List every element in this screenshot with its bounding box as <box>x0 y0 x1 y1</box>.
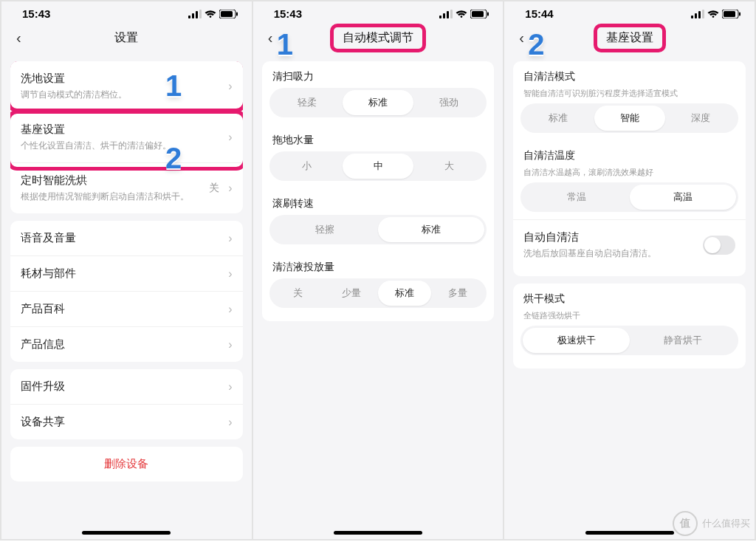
seg-suction[interactable]: 轻柔 标准 强劲 <box>269 88 487 117</box>
row-auto-clean: 自动自清洁 洗地后放回基座自动启动自清洁。 <box>513 219 746 270</box>
row-title: 耗材与部件 <box>21 267 222 281</box>
opt-temp-1[interactable]: 高温 <box>630 185 736 210</box>
battery-icon <box>219 10 238 18</box>
back-button[interactable]: ‹ <box>262 27 279 49</box>
seg-clean-mode[interactable]: 标准 智能 深度 <box>520 103 738 133</box>
phone-auto-mode: 15:43 ‹ 自动模式调节 1 清扫吸力 轻柔 标准 强劲 拖地水量 小 中 <box>253 1 504 539</box>
row-wiki[interactable]: 产品百科 › <box>10 291 243 326</box>
signal-icon <box>188 10 202 18</box>
header: ‹ 自动模式调节 <box>253 21 504 54</box>
delete-device-button[interactable]: 删除设备 <box>10 447 243 481</box>
chevron-right-icon: › <box>228 182 232 195</box>
wifi-icon <box>456 10 467 18</box>
svg-rect-13 <box>487 12 489 16</box>
signal-icon <box>439 10 453 18</box>
phone-settings: 15:43 ‹ 设置 洗地设置 调节自动模式的清洁档位。 › 基座设 <box>1 1 252 539</box>
label-suction: 清扫吸力 <box>262 61 495 88</box>
row-title: 产品百科 <box>21 302 222 316</box>
chevron-right-icon: › <box>228 232 232 245</box>
status-icons <box>439 10 489 18</box>
status-bar: 15:43 <box>1 1 252 21</box>
label-roller: 滚刷转速 <box>262 188 495 215</box>
status-time: 15:43 <box>274 7 302 20</box>
opt-liquid-2[interactable]: 标准 <box>378 281 431 306</box>
opt-liquid-0[interactable]: 关 <box>272 281 325 306</box>
opt-mode-1[interactable]: 智能 <box>594 106 665 131</box>
header: ‹ 基座设置 <box>504 21 755 54</box>
opt-liquid-1[interactable]: 少量 <box>325 281 378 306</box>
opt-suction-2[interactable]: 强劲 <box>413 90 484 115</box>
settings-group-delete: 删除设备 <box>10 447 243 481</box>
row-firmware[interactable]: 固件升级 › <box>10 369 243 404</box>
row-share[interactable]: 设备共享 › <box>10 404 243 439</box>
row-title: 产品信息 <box>21 337 222 351</box>
status-icons <box>188 10 238 18</box>
opt-dry-1[interactable]: 静音烘干 <box>630 328 736 353</box>
toggle-auto-clean[interactable] <box>703 236 735 255</box>
wifi-icon <box>205 10 216 18</box>
svg-rect-0 <box>188 16 190 18</box>
back-button[interactable]: ‹ <box>513 27 530 49</box>
base-group-2: 烘干模式 全链路强劲烘干 极速烘干 静音烘干 <box>513 284 746 368</box>
svg-rect-9 <box>447 11 449 18</box>
row-base-settings[interactable]: 基座设置 个性化设置自清洁、烘干的清洁偏好。 › <box>10 112 243 162</box>
row-title: 语音及音量 <box>21 231 222 245</box>
settings-group-info: 语音及音量 › 耗材与部件 › 产品百科 › 产品信息 › <box>10 221 243 362</box>
svg-rect-3 <box>199 10 202 18</box>
auto-mode-group: 清扫吸力 轻柔 标准 强劲 拖地水量 小 中 大 滚刷转速 轻擦 标准 清洁液投… <box>262 61 495 321</box>
row-subtitle: 洗地后放回基座自动启动自清洁。 <box>523 247 703 260</box>
opt-dry-0[interactable]: 极速烘干 <box>523 328 629 353</box>
sub-dry-mode: 全链路强劲烘干 <box>513 310 746 326</box>
row-title: 固件升级 <box>21 380 222 394</box>
opt-roller-1[interactable]: 标准 <box>378 217 484 242</box>
row-info[interactable]: 产品信息 › <box>10 326 243 362</box>
opt-suction-0[interactable]: 轻柔 <box>272 90 343 115</box>
home-indicator[interactable] <box>334 531 422 535</box>
row-parts[interactable]: 耗材与部件 › <box>10 255 243 291</box>
seg-dry-mode[interactable]: 极速烘干 静音烘干 <box>520 326 738 355</box>
seg-liquid[interactable]: 关 少量 标准 多量 <box>269 278 487 308</box>
chevron-right-icon: › <box>228 338 232 351</box>
home-indicator[interactable] <box>82 531 171 535</box>
seg-roller[interactable]: 轻擦 标准 <box>269 215 487 244</box>
home-indicator[interactable] <box>585 531 674 535</box>
status-bar: 15:43 <box>253 1 504 21</box>
wifi-icon <box>707 10 719 18</box>
status-bar: 15:44 <box>504 1 755 21</box>
page-title: 基座设置 <box>594 24 666 52</box>
svg-rect-2 <box>196 11 198 18</box>
svg-rect-1 <box>192 13 194 18</box>
opt-mode-0[interactable]: 标准 <box>523 106 594 131</box>
row-voice[interactable]: 语音及音量 › <box>10 221 243 255</box>
seg-water[interactable]: 小 中 大 <box>269 151 487 181</box>
signal-icon <box>691 10 704 18</box>
opt-water-2[interactable]: 大 <box>413 154 484 179</box>
header: ‹ 设置 <box>1 21 252 54</box>
watermark-icon: 值 <box>673 511 698 536</box>
sub-clean-temp: 自清洁水温越高，滚刷清洗效果越好 <box>513 167 746 182</box>
row-title: 基座设置 <box>21 123 222 137</box>
svg-rect-12 <box>472 11 484 17</box>
row-wash-settings[interactable]: 洗地设置 调节自动模式的清洁档位。 › <box>10 61 243 112</box>
label-liquid: 清洁液投放量 <box>262 252 495 278</box>
chevron-right-icon: › <box>228 380 232 394</box>
opt-water-1[interactable]: 中 <box>343 154 413 179</box>
seg-clean-temp[interactable]: 常温 高温 <box>520 182 738 212</box>
opt-roller-0[interactable]: 轻擦 <box>272 217 378 242</box>
opt-mode-2[interactable]: 深度 <box>665 106 736 131</box>
row-schedule[interactable]: 定时智能洗烘 根据使用情况智能判断启动自清洁和烘干。 关 › <box>10 162 243 213</box>
opt-water-0[interactable]: 小 <box>272 154 343 179</box>
opt-suction-1[interactable]: 标准 <box>343 90 413 115</box>
opt-temp-0[interactable]: 常温 <box>523 185 629 210</box>
label-clean-mode: 自清洁模式 <box>513 61 746 88</box>
svg-rect-16 <box>698 11 701 18</box>
page-title: 设置 <box>114 30 138 46</box>
watermark-label: 什么值得买 <box>702 517 750 530</box>
chevron-right-icon: › <box>228 131 232 144</box>
row-value: 关 <box>209 182 219 195</box>
row-subtitle: 根据使用情况智能判断启动自清洁和烘干。 <box>21 191 209 203</box>
back-button[interactable]: ‹ <box>10 27 27 49</box>
opt-liquid-3[interactable]: 多量 <box>431 281 484 306</box>
watermark: 值 什么值得买 <box>673 511 750 536</box>
status-time: 15:44 <box>525 7 553 20</box>
